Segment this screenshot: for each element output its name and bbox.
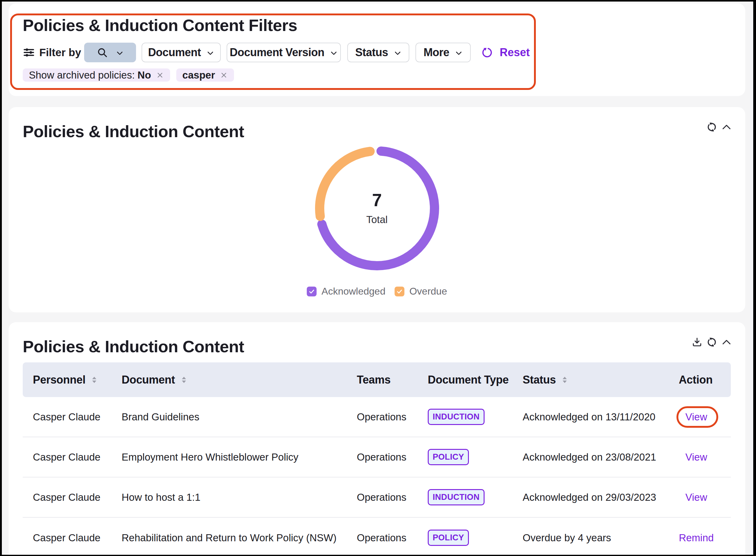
cell-status: Acknowledged on 13/11/2020 — [513, 411, 664, 423]
legend-item-acknowledged[interactable]: Acknowledged — [307, 286, 385, 297]
remind-link[interactable]: Remind — [679, 532, 714, 544]
chevron-down-icon — [455, 49, 463, 57]
column-header-document-type: Document Type — [418, 374, 513, 386]
view-link[interactable]: View — [685, 411, 707, 423]
column-header-document[interactable]: Document — [111, 374, 347, 386]
reset-icon — [481, 47, 493, 58]
chevron-up-icon[interactable] — [721, 122, 732, 132]
donut-total-value: 7 — [372, 192, 382, 209]
cell-document: Employment Hero Whistleblower Policy — [111, 451, 347, 463]
checkbox-checked-icon[interactable] — [307, 287, 317, 297]
cell-document-type: INDUCTION — [418, 489, 513, 506]
document-type-badge: INDUCTION — [428, 409, 485, 425]
chip-value: casper — [183, 69, 215, 81]
chart-card-actions — [706, 122, 732, 132]
column-header-status[interactable]: Status — [513, 374, 664, 386]
view-link[interactable]: View — [685, 492, 707, 503]
dashboard-page: Policies & Induction Content Filters Fil… — [2, 2, 753, 555]
reset-filters-button[interactable]: Reset — [481, 46, 530, 59]
column-header-teams: Teams — [347, 374, 418, 386]
sort-icon[interactable] — [90, 376, 98, 384]
cell-status: Overdue by 4 years — [513, 532, 664, 544]
chevron-down-icon — [394, 49, 402, 57]
table-row: Casper Claude Employment Hero Whistleblo… — [23, 437, 731, 478]
table-row: Casper Claude Rehabilitation and Return … — [23, 518, 731, 555]
cell-document-type: POLICY — [418, 530, 513, 546]
document-type-badge: INDUCTION — [428, 489, 485, 506]
column-header-personnel[interactable]: Personnel — [23, 374, 111, 386]
cell-document: Brand Guidelines — [111, 411, 347, 423]
close-icon[interactable] — [156, 71, 164, 79]
sort-icon[interactable] — [561, 376, 569, 384]
chevron-up-icon[interactable] — [721, 337, 732, 347]
donut-total-label: Total — [366, 214, 388, 225]
chart-legend: Acknowledged Overdue — [9, 286, 745, 297]
cell-teams: Operations — [347, 492, 418, 503]
more-filter-dropdown[interactable]: More — [416, 43, 471, 62]
table-row: Casper Claude Brand Guidelines Operation… — [23, 397, 731, 437]
chip-value: No — [138, 69, 151, 81]
table-row: Casper Claude How to host a 1:1 Operatio… — [23, 478, 731, 518]
refresh-icon[interactable] — [706, 122, 717, 132]
filter-by: Filter by — [23, 46, 81, 59]
cell-document-type: POLICY — [418, 449, 513, 465]
status-filter-dropdown[interactable]: Status — [347, 43, 409, 62]
legend-label: Acknowledged — [322, 286, 385, 297]
view-link[interactable]: View — [685, 451, 707, 463]
cell-personnel: Casper Claude — [23, 451, 111, 463]
cell-action: Remind — [664, 518, 731, 555]
download-icon[interactable] — [692, 337, 702, 347]
chart-card-title: Policies & Induction Content — [23, 122, 244, 141]
cell-status: Acknowledged on 29/03/2023 — [513, 492, 664, 503]
active-filter-chips: Show archived policies: No casper — [23, 68, 234, 82]
cell-teams: Operations — [347, 411, 418, 423]
filter-chip-archived[interactable]: Show archived policies: No — [23, 68, 170, 82]
filters-card-title: Policies & Induction Content Filters — [23, 15, 297, 35]
filter-chip-search-term[interactable]: casper — [176, 68, 234, 82]
checkbox-checked-icon[interactable] — [395, 287, 404, 297]
cell-action: View — [664, 437, 731, 477]
status-filter-label: Status — [355, 46, 388, 59]
donut-center: 7 Total — [309, 141, 445, 276]
document-filter-label: Document — [148, 46, 201, 59]
cell-teams: Operations — [347, 451, 418, 463]
legend-label: Overdue — [409, 286, 447, 297]
reset-label: Reset — [500, 46, 530, 59]
table-header-row: Personnel Document Teams Document Type — [23, 362, 731, 397]
close-icon[interactable] — [220, 71, 228, 79]
document-version-filter-dropdown[interactable]: Document Version — [227, 43, 341, 62]
table-card-title: Policies & Induction Content — [23, 337, 244, 356]
cell-action: View — [664, 478, 731, 517]
filter-row: Filter by Document Document Version — [23, 43, 731, 62]
document-version-filter-label: Document Version — [230, 46, 324, 59]
chevron-down-icon — [330, 49, 338, 57]
search-filter-button[interactable] — [84, 43, 136, 62]
table-card-actions — [692, 337, 732, 347]
table-card: Policies & Induction Content Personnel — [9, 322, 745, 555]
cell-personnel: Casper Claude — [23, 411, 111, 423]
chevron-down-icon — [116, 49, 124, 57]
document-type-badge: POLICY — [428, 449, 469, 465]
donut-chart: 7 Total — [309, 141, 445, 276]
chevron-down-icon — [206, 49, 214, 57]
filters-card: Policies & Induction Content Filters Fil… — [9, 3, 745, 96]
cell-teams: Operations — [347, 532, 418, 544]
legend-item-overdue[interactable]: Overdue — [395, 286, 447, 297]
policies-table: Personnel Document Teams Document Type — [23, 362, 731, 555]
sliders-icon — [23, 46, 35, 59]
cell-action: View — [664, 397, 731, 437]
cell-personnel: Casper Claude — [23, 492, 111, 503]
search-icon — [97, 47, 108, 58]
column-header-action: Action — [664, 374, 731, 386]
cell-document: Rehabilitation and Return to Work Policy… — [111, 532, 347, 544]
cell-personnel: Casper Claude — [23, 532, 111, 544]
document-type-badge: POLICY — [428, 530, 469, 546]
sort-icon[interactable] — [180, 376, 188, 384]
refresh-icon[interactable] — [706, 337, 717, 347]
chart-card: Policies & Induction Content 7 Total — [9, 107, 745, 312]
more-filter-label: More — [423, 46, 449, 59]
cell-document-type: INDUCTION — [418, 409, 513, 425]
filter-by-label: Filter by — [39, 46, 81, 59]
document-filter-dropdown[interactable]: Document — [141, 43, 221, 62]
cell-status: Acknowledged on 23/08/2021 — [513, 451, 664, 463]
